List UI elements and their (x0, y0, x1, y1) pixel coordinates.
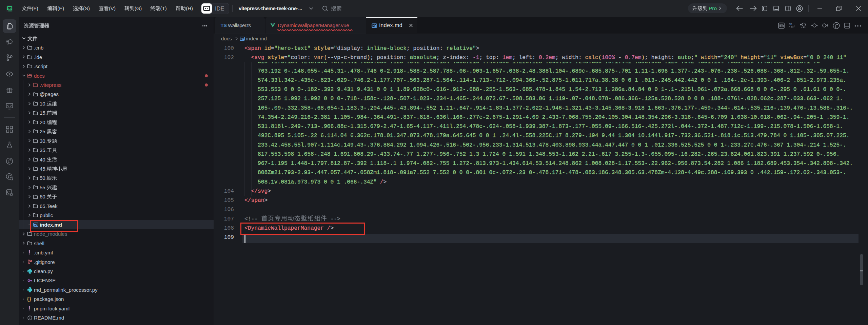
svg-text:c: c (789, 25, 790, 29)
